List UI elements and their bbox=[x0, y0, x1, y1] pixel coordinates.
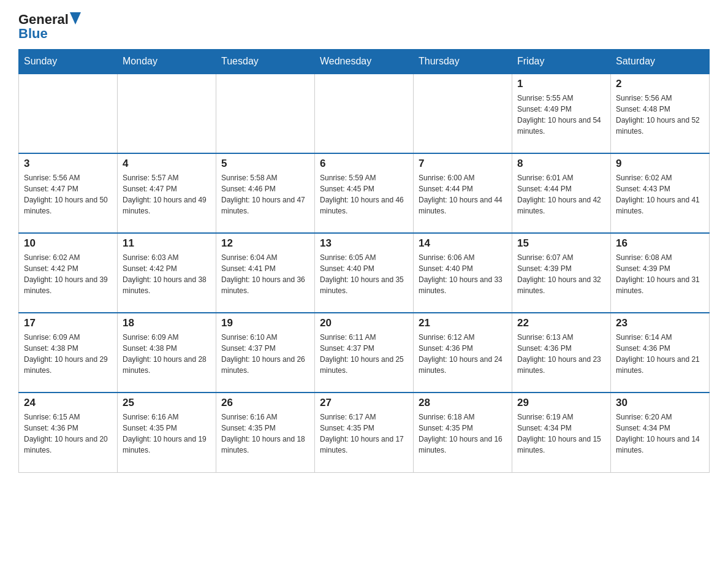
calendar-table: SundayMondayTuesdayWednesdayThursdayFrid… bbox=[18, 49, 710, 473]
calendar-cell: 25Sunrise: 6:16 AM Sunset: 4:35 PM Dayli… bbox=[118, 393, 216, 472]
calendar-cell: 13Sunrise: 6:05 AM Sunset: 4:40 PM Dayli… bbox=[315, 233, 414, 313]
day-info: Sunrise: 6:10 AM Sunset: 4:37 PM Dayligh… bbox=[221, 332, 309, 376]
calendar-cell: 14Sunrise: 6:06 AM Sunset: 4:40 PM Dayli… bbox=[414, 233, 512, 313]
day-number: 8 bbox=[517, 158, 605, 170]
page-header: General Blue bbox=[18, 12, 710, 42]
calendar-cell bbox=[118, 74, 216, 153]
day-info: Sunrise: 6:01 AM Sunset: 4:44 PM Dayligh… bbox=[517, 172, 605, 216]
day-number: 2 bbox=[616, 78, 704, 90]
calendar-week-3: 10Sunrise: 6:02 AM Sunset: 4:42 PM Dayli… bbox=[19, 233, 710, 313]
header-monday: Monday bbox=[118, 50, 216, 74]
header-wednesday: Wednesday bbox=[315, 50, 414, 74]
day-number: 28 bbox=[419, 397, 507, 409]
logo: General Blue bbox=[18, 12, 81, 42]
day-number: 29 bbox=[517, 397, 605, 409]
logo-arrow-icon bbox=[70, 12, 81, 25]
day-number: 7 bbox=[419, 158, 507, 170]
day-number: 27 bbox=[320, 397, 408, 409]
day-info: Sunrise: 6:07 AM Sunset: 4:39 PM Dayligh… bbox=[517, 252, 605, 296]
calendar-cell bbox=[19, 74, 118, 153]
calendar-cell: 11Sunrise: 6:03 AM Sunset: 4:42 PM Dayli… bbox=[118, 233, 216, 313]
day-number: 24 bbox=[24, 397, 112, 409]
calendar-cell: 2Sunrise: 5:56 AM Sunset: 4:48 PM Daylig… bbox=[611, 74, 710, 153]
day-number: 15 bbox=[517, 237, 605, 250]
day-info: Sunrise: 6:17 AM Sunset: 4:35 PM Dayligh… bbox=[320, 412, 408, 456]
day-info: Sunrise: 6:08 AM Sunset: 4:39 PM Dayligh… bbox=[616, 252, 704, 296]
calendar-cell: 21Sunrise: 6:12 AM Sunset: 4:36 PM Dayli… bbox=[414, 313, 512, 393]
day-info: Sunrise: 5:58 AM Sunset: 4:46 PM Dayligh… bbox=[221, 172, 309, 216]
calendar-cell: 7Sunrise: 6:00 AM Sunset: 4:44 PM Daylig… bbox=[414, 153, 512, 233]
calendar-cell: 6Sunrise: 5:59 AM Sunset: 4:45 PM Daylig… bbox=[315, 153, 414, 233]
calendar-week-4: 17Sunrise: 6:09 AM Sunset: 4:38 PM Dayli… bbox=[19, 313, 710, 393]
day-number: 25 bbox=[123, 397, 211, 409]
day-number: 30 bbox=[616, 397, 704, 409]
day-number: 14 bbox=[419, 237, 507, 250]
calendar-cell: 17Sunrise: 6:09 AM Sunset: 4:38 PM Dayli… bbox=[19, 313, 118, 393]
day-info: Sunrise: 5:55 AM Sunset: 4:49 PM Dayligh… bbox=[517, 93, 605, 137]
calendar-cell: 26Sunrise: 6:16 AM Sunset: 4:35 PM Dayli… bbox=[216, 393, 315, 472]
day-info: Sunrise: 6:18 AM Sunset: 4:35 PM Dayligh… bbox=[419, 412, 507, 456]
day-number: 12 bbox=[221, 237, 309, 250]
day-number: 3 bbox=[24, 158, 112, 170]
day-number: 16 bbox=[616, 237, 704, 250]
day-number: 22 bbox=[517, 317, 605, 329]
calendar-cell: 12Sunrise: 6:04 AM Sunset: 4:41 PM Dayli… bbox=[216, 233, 315, 313]
calendar-cell: 23Sunrise: 6:14 AM Sunset: 4:36 PM Dayli… bbox=[611, 313, 710, 393]
calendar-cell: 19Sunrise: 6:10 AM Sunset: 4:37 PM Dayli… bbox=[216, 313, 315, 393]
calendar-cell bbox=[315, 74, 414, 153]
day-info: Sunrise: 6:12 AM Sunset: 4:36 PM Dayligh… bbox=[419, 332, 507, 376]
day-info: Sunrise: 6:00 AM Sunset: 4:44 PM Dayligh… bbox=[419, 172, 507, 216]
day-number: 17 bbox=[24, 317, 112, 329]
calendar-cell: 18Sunrise: 6:09 AM Sunset: 4:38 PM Dayli… bbox=[118, 313, 216, 393]
calendar-cell: 29Sunrise: 6:19 AM Sunset: 4:34 PM Dayli… bbox=[512, 393, 611, 472]
day-info: Sunrise: 6:02 AM Sunset: 4:42 PM Dayligh… bbox=[24, 252, 112, 296]
header-tuesday: Tuesday bbox=[216, 50, 315, 74]
day-number: 19 bbox=[221, 317, 309, 329]
calendar-cell: 28Sunrise: 6:18 AM Sunset: 4:35 PM Dayli… bbox=[414, 393, 512, 472]
day-number: 6 bbox=[320, 158, 408, 170]
header-saturday: Saturday bbox=[611, 50, 710, 74]
calendar-cell: 20Sunrise: 6:11 AM Sunset: 4:37 PM Dayli… bbox=[315, 313, 414, 393]
day-info: Sunrise: 5:57 AM Sunset: 4:47 PM Dayligh… bbox=[123, 172, 211, 216]
calendar-cell bbox=[216, 74, 315, 153]
logo-general: General bbox=[18, 12, 69, 27]
calendar-cell: 3Sunrise: 5:56 AM Sunset: 4:47 PM Daylig… bbox=[19, 153, 118, 233]
calendar-cell bbox=[414, 74, 512, 153]
header-sunday: Sunday bbox=[19, 50, 118, 74]
calendar-cell: 16Sunrise: 6:08 AM Sunset: 4:39 PM Dayli… bbox=[611, 233, 710, 313]
day-number: 9 bbox=[616, 158, 704, 170]
day-info: Sunrise: 6:05 AM Sunset: 4:40 PM Dayligh… bbox=[320, 252, 408, 296]
day-info: Sunrise: 6:09 AM Sunset: 4:38 PM Dayligh… bbox=[24, 332, 112, 376]
calendar-week-5: 24Sunrise: 6:15 AM Sunset: 4:36 PM Dayli… bbox=[19, 393, 710, 472]
day-number: 13 bbox=[320, 237, 408, 250]
calendar-cell: 5Sunrise: 5:58 AM Sunset: 4:46 PM Daylig… bbox=[216, 153, 315, 233]
day-info: Sunrise: 6:20 AM Sunset: 4:34 PM Dayligh… bbox=[616, 412, 704, 456]
day-info: Sunrise: 6:16 AM Sunset: 4:35 PM Dayligh… bbox=[221, 412, 309, 456]
day-number: 1 bbox=[517, 78, 605, 90]
calendar-cell: 9Sunrise: 6:02 AM Sunset: 4:43 PM Daylig… bbox=[611, 153, 710, 233]
calendar-cell: 4Sunrise: 5:57 AM Sunset: 4:47 PM Daylig… bbox=[118, 153, 216, 233]
day-number: 23 bbox=[616, 317, 704, 329]
day-number: 11 bbox=[123, 237, 211, 250]
day-info: Sunrise: 6:14 AM Sunset: 4:36 PM Dayligh… bbox=[616, 332, 704, 376]
calendar-cell: 15Sunrise: 6:07 AM Sunset: 4:39 PM Dayli… bbox=[512, 233, 611, 313]
calendar-cell: 24Sunrise: 6:15 AM Sunset: 4:36 PM Dayli… bbox=[19, 393, 118, 472]
day-info: Sunrise: 6:09 AM Sunset: 4:38 PM Dayligh… bbox=[123, 332, 211, 376]
day-number: 10 bbox=[24, 237, 112, 250]
day-info: Sunrise: 6:04 AM Sunset: 4:41 PM Dayligh… bbox=[221, 252, 309, 296]
day-info: Sunrise: 6:16 AM Sunset: 4:35 PM Dayligh… bbox=[123, 412, 211, 456]
calendar-week-1: 1Sunrise: 5:55 AM Sunset: 4:49 PM Daylig… bbox=[19, 74, 710, 153]
day-info: Sunrise: 5:56 AM Sunset: 4:47 PM Dayligh… bbox=[24, 172, 112, 216]
calendar-header-row: SundayMondayTuesdayWednesdayThursdayFrid… bbox=[19, 50, 710, 74]
day-info: Sunrise: 6:13 AM Sunset: 4:36 PM Dayligh… bbox=[517, 332, 605, 376]
day-info: Sunrise: 6:15 AM Sunset: 4:36 PM Dayligh… bbox=[24, 412, 112, 456]
day-info: Sunrise: 5:56 AM Sunset: 4:48 PM Dayligh… bbox=[616, 93, 704, 137]
header-thursday: Thursday bbox=[414, 50, 512, 74]
day-info: Sunrise: 6:19 AM Sunset: 4:34 PM Dayligh… bbox=[517, 412, 605, 456]
day-number: 21 bbox=[419, 317, 507, 329]
logo-blue: Blue bbox=[18, 26, 48, 42]
day-info: Sunrise: 6:06 AM Sunset: 4:40 PM Dayligh… bbox=[419, 252, 507, 296]
calendar-cell: 27Sunrise: 6:17 AM Sunset: 4:35 PM Dayli… bbox=[315, 393, 414, 472]
calendar-cell: 8Sunrise: 6:01 AM Sunset: 4:44 PM Daylig… bbox=[512, 153, 611, 233]
day-info: Sunrise: 6:02 AM Sunset: 4:43 PM Dayligh… bbox=[616, 172, 704, 216]
